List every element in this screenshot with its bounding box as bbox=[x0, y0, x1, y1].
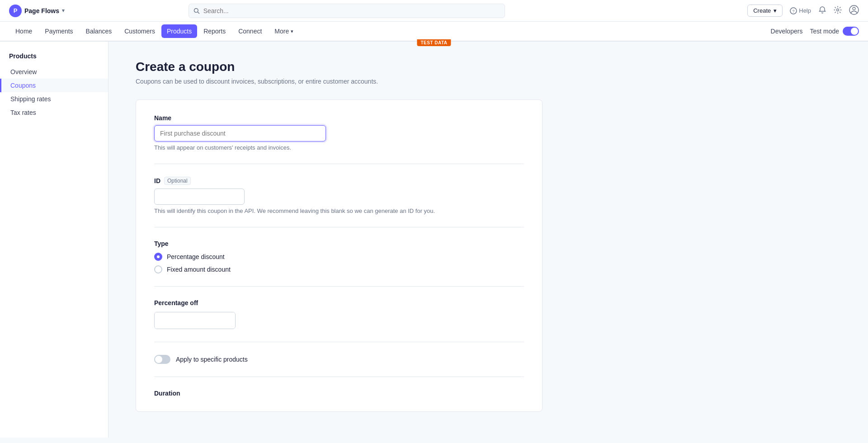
id-label: ID Optional bbox=[154, 177, 524, 185]
percentage-label: Percentage off bbox=[154, 299, 524, 306]
create-chevron-icon: ▾ bbox=[774, 7, 777, 14]
specific-products-label: Apply to specific products bbox=[176, 356, 248, 363]
name-hint: This will appear on customers' receipts … bbox=[154, 144, 524, 151]
form-divider-2 bbox=[154, 227, 524, 227]
svg-point-6 bbox=[853, 7, 855, 10]
duration-section: Duration bbox=[154, 390, 524, 397]
id-input[interactable] bbox=[154, 189, 245, 205]
nav-item-reports[interactable]: Reports bbox=[197, 22, 232, 42]
specific-products-toggle-row: Apply to specific products bbox=[154, 355, 524, 364]
radio-percentage[interactable]: Percentage discount bbox=[154, 253, 524, 261]
radio-percentage-circle bbox=[154, 253, 162, 261]
radio-percentage-label: Percentage discount bbox=[167, 253, 225, 260]
form-divider-4 bbox=[154, 342, 524, 342]
developers-link[interactable]: Developers bbox=[771, 28, 803, 35]
nav-item-payments[interactable]: Payments bbox=[38, 22, 79, 42]
content: Create a coupon Coupons can be used to d… bbox=[108, 42, 868, 438]
radio-fixed-circle bbox=[154, 265, 162, 273]
nav-item-products[interactable]: Products bbox=[161, 24, 197, 38]
notifications-icon[interactable] bbox=[818, 6, 826, 16]
percentage-input-wrap: % bbox=[154, 312, 236, 329]
navbar: Home Payments Balances Customers Product… bbox=[0, 22, 868, 42]
app-name-label: Page Flows bbox=[24, 7, 59, 14]
sidebar-item-overview[interactable]: Overview bbox=[0, 65, 108, 79]
coupon-form: Name This will appear on customers' rece… bbox=[136, 99, 542, 412]
search-input[interactable] bbox=[203, 7, 500, 14]
page-title: Create a coupon bbox=[136, 60, 841, 74]
sidebar-item-coupons[interactable]: Coupons bbox=[0, 79, 108, 92]
type-section: Type Percentage discount Fixed amount di… bbox=[154, 240, 524, 273]
form-divider-3 bbox=[154, 286, 524, 287]
sidebar-title: Products bbox=[0, 52, 108, 65]
optional-badge: Optional bbox=[164, 177, 191, 185]
id-field-group: ID Optional This will identify this coup… bbox=[154, 177, 524, 214]
sidebar-item-shipping-rates[interactable]: Shipping rates bbox=[0, 92, 108, 106]
sidebar-item-tax-rates[interactable]: Tax rates bbox=[0, 106, 108, 119]
topbar-right: Create ▾ ? Help bbox=[747, 5, 859, 17]
search-bar[interactable] bbox=[189, 4, 505, 18]
specific-products-toggle[interactable] bbox=[154, 355, 170, 364]
nav-item-home[interactable]: Home bbox=[9, 22, 38, 42]
percentage-input[interactable] bbox=[155, 312, 236, 329]
name-label: Name bbox=[154, 114, 524, 122]
sidebar: Products Overview Coupons Shipping rates… bbox=[0, 42, 108, 438]
radio-fixed-label: Fixed amount discount bbox=[167, 266, 231, 273]
test-mode-toggle[interactable] bbox=[843, 27, 859, 36]
name-field-group: Name This will appear on customers' rece… bbox=[154, 114, 524, 151]
test-mode-label: Test mode bbox=[810, 28, 839, 35]
app-logo: P bbox=[9, 5, 22, 17]
form-divider-1 bbox=[154, 164, 524, 164]
test-data-badge: TEST DATA bbox=[417, 39, 451, 46]
type-label: Type bbox=[154, 240, 524, 247]
user-avatar[interactable] bbox=[849, 5, 859, 17]
name-input[interactable] bbox=[154, 125, 326, 141]
duration-label: Duration bbox=[154, 390, 524, 397]
nav-item-connect[interactable]: Connect bbox=[232, 22, 268, 42]
nav-item-more[interactable]: More ▾ bbox=[268, 22, 300, 42]
nav-item-balances[interactable]: Balances bbox=[80, 22, 118, 42]
help-link[interactable]: ? Help bbox=[790, 7, 811, 14]
more-chevron-icon: ▾ bbox=[291, 28, 293, 34]
topbar: P Page Flows ▾ Create ▾ ? Help bbox=[0, 0, 868, 22]
page-subtitle: Coupons can be used to discount invoices… bbox=[136, 78, 841, 85]
main-layout: Products Overview Coupons Shipping rates… bbox=[0, 42, 868, 438]
test-mode-area: Test mode bbox=[810, 27, 859, 36]
nav-item-customers[interactable]: Customers bbox=[118, 22, 161, 42]
radio-fixed[interactable]: Fixed amount discount bbox=[154, 265, 524, 273]
help-icon: ? bbox=[790, 7, 797, 14]
search-icon bbox=[193, 8, 200, 14]
app-chevron-icon: ▾ bbox=[62, 8, 65, 14]
percentage-section: Percentage off % bbox=[154, 299, 524, 329]
svg-line-1 bbox=[198, 12, 199, 13]
logo-area[interactable]: P Page Flows ▾ bbox=[9, 5, 65, 17]
create-button[interactable]: Create ▾ bbox=[747, 5, 783, 17]
id-hint: This will identify this coupon in the AP… bbox=[154, 207, 524, 214]
form-divider-5 bbox=[154, 377, 524, 377]
svg-text:?: ? bbox=[793, 9, 795, 14]
nav-right: Developers Test mode bbox=[771, 27, 859, 36]
svg-point-4 bbox=[837, 9, 839, 11]
settings-icon[interactable] bbox=[834, 6, 842, 16]
